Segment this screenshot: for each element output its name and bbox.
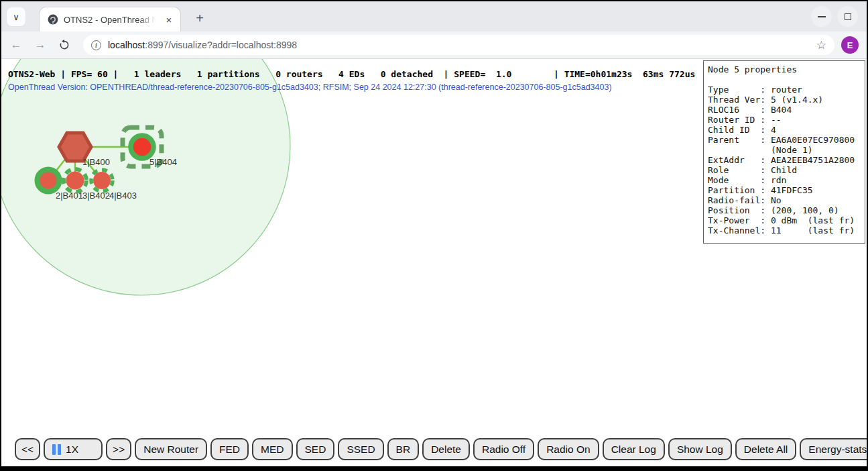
speed-down-button[interactable]: << bbox=[15, 438, 40, 460]
maximize-icon bbox=[845, 13, 851, 20]
site-info-icon[interactable]: i bbox=[91, 40, 101, 50]
tab-search-button[interactable]: ∨ bbox=[6, 7, 26, 27]
minimize-icon bbox=[818, 16, 826, 17]
speed-up-button[interactable]: >> bbox=[106, 438, 131, 460]
node-properties-panel: Node 5 properties Type : router Thread V… bbox=[703, 60, 865, 244]
new-router-button[interactable]: New Router bbox=[135, 438, 207, 460]
node-5-circle[interactable] bbox=[131, 136, 153, 158]
openthread-version-line: OpenThread Version: OPENTHREAD/thread-re… bbox=[8, 83, 612, 92]
back-arrow-icon: ← bbox=[11, 38, 22, 52]
pause-speed-button[interactable]: 1X bbox=[44, 438, 103, 460]
tab-close-icon[interactable]: × bbox=[163, 13, 175, 25]
tab-title: OTNS2 - OpenThread Ne bbox=[64, 15, 158, 25]
bookmark-star-icon[interactable]: ☆ bbox=[816, 38, 826, 52]
sed-button[interactable]: SED bbox=[296, 438, 335, 460]
med-button[interactable]: MED bbox=[252, 438, 292, 460]
forward-button[interactable]: → bbox=[31, 36, 50, 54]
node-4-circle[interactable] bbox=[93, 172, 111, 189]
maximize-button[interactable] bbox=[837, 6, 858, 27]
simulation-status-bar: OTNS2-Web | FPS= 60 | 1 leaders 1 partit… bbox=[8, 69, 695, 79]
url-text[interactable]: localhost:8997/visualize?addr=localhost:… bbox=[108, 40, 810, 50]
tab-otns2[interactable]: OTNS2 - OpenThread Ne × bbox=[39, 7, 181, 32]
show-log-button[interactable]: Show Log bbox=[668, 438, 732, 460]
back-button[interactable]: ← bbox=[7, 36, 25, 54]
navigation-bar: ← → i localhost:8997/visualize?addr=loca… bbox=[1, 32, 867, 58]
fed-button[interactable]: FED bbox=[210, 438, 249, 460]
otns-visualizer-page: 1|B400 5|B404 2|B401 3|B402 bbox=[1, 58, 867, 466]
minimize-button[interactable] bbox=[811, 6, 832, 27]
speed-label: 1X bbox=[66, 443, 78, 456]
node-1-label: 1|B400 bbox=[82, 157, 110, 167]
node-properties-title: Node 5 properties bbox=[708, 64, 861, 74]
node-4-label: 4|B403 bbox=[109, 191, 137, 201]
chevron-down-icon: ∨ bbox=[13, 12, 19, 22]
tab-strip: ∨ OTNS2 - OpenThread Ne × + bbox=[1, 1, 867, 32]
pause-icon bbox=[52, 444, 61, 455]
address-bar[interactable]: i localhost:8997/visualize?addr=localhos… bbox=[83, 35, 834, 55]
ssed-button[interactable]: SSED bbox=[338, 438, 383, 460]
profile-avatar[interactable]: E bbox=[841, 36, 859, 54]
node-2-circle[interactable] bbox=[38, 170, 60, 192]
node-5-label: 5|B404 bbox=[149, 157, 177, 167]
forward-arrow-icon: → bbox=[35, 38, 46, 52]
delete-all-button[interactable]: Delete All bbox=[735, 438, 796, 460]
plus-icon: + bbox=[196, 11, 204, 26]
radio-on-button[interactable]: Radio On bbox=[538, 438, 599, 460]
delete-button[interactable]: Delete bbox=[422, 438, 470, 460]
reload-icon bbox=[58, 39, 70, 51]
reload-button[interactable] bbox=[55, 36, 74, 54]
tab-favicon-icon bbox=[48, 14, 58, 25]
clear-log-button[interactable]: Clear Log bbox=[603, 438, 665, 460]
radio-off-button[interactable]: Radio Off bbox=[473, 438, 534, 460]
node-3-circle[interactable] bbox=[66, 172, 84, 190]
new-tab-button[interactable]: + bbox=[190, 9, 209, 28]
url-host: localhost bbox=[108, 40, 145, 50]
br-button[interactable]: BR bbox=[387, 438, 420, 460]
network-canvas[interactable]: 1|B400 5|B404 2|B401 3|B402 bbox=[1, 59, 702, 466]
url-path: :8997/visualize?addr=localhost:8998 bbox=[145, 40, 297, 50]
browser-window: ∨ OTNS2 - OpenThread Ne × + ← → bbox=[1, 1, 867, 466]
energy-stats-button[interactable]: Energy-stats ↗ bbox=[800, 438, 867, 460]
action-toolbar: << 1X >> New Router FED MED SED SSED BR … bbox=[15, 438, 867, 460]
node-properties-body: Type : router Thread Ver: 5 (v1.4.x) RLO… bbox=[708, 85, 861, 235]
